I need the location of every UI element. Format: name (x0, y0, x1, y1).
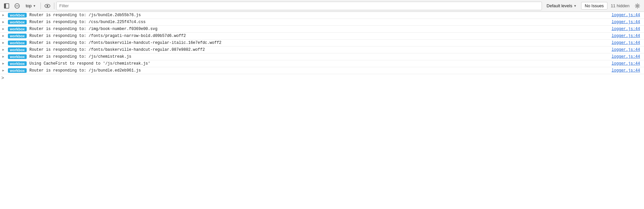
no-issues-label: No Issues (585, 3, 604, 8)
expand-arrow[interactable]: ► (0, 62, 5, 66)
log-row: ► workbox Using CacheFirst to respond to… (0, 60, 644, 67)
sidebar-icon (4, 3, 9, 9)
levels-button[interactable]: Default levels ▼ (543, 2, 580, 9)
log-message: Router is responding to: /fonts/baskervi… (29, 47, 611, 52)
log-message: Router is responding to: /js/bundle.ed2e… (29, 68, 611, 73)
workbox-badge: workbox (8, 41, 27, 45)
log-message: Router is responding to: /fonts/baskervi… (29, 41, 611, 45)
log-message: Router is responding to: /js/chemistreak… (29, 54, 611, 59)
log-row: ► workbox Router is responding to: /font… (0, 46, 644, 53)
log-source-link[interactable]: logger.js:44 (612, 13, 644, 17)
cursor-row[interactable]: > (0, 74, 644, 82)
log-row: ► workbox Router is responding to: /css/… (0, 19, 644, 26)
settings-button[interactable] (633, 2, 642, 10)
log-list: ► workbox Router is responding to: /js/b… (0, 12, 644, 74)
sidebar-toggle-button[interactable] (2, 2, 11, 10)
filter-input[interactable] (56, 2, 542, 10)
workbox-badge: workbox (8, 13, 27, 17)
expand-arrow[interactable]: ► (0, 34, 5, 38)
log-message: Router is responding to: /css/bundle.225… (29, 20, 611, 24)
log-row: ► workbox Router is responding to: /font… (0, 33, 644, 40)
workbox-badge: workbox (8, 34, 27, 38)
log-message: Router is responding to: /img/book-numbe… (29, 27, 611, 31)
context-label: top (26, 3, 32, 8)
log-message: Router is responding to: /js/bundle.2db5… (29, 13, 611, 17)
no-issues-button[interactable]: No Issues (581, 2, 607, 10)
levels-arrow: ▼ (574, 4, 577, 8)
log-row: ► workbox Router is responding to: /js/b… (0, 12, 644, 19)
log-source-link[interactable]: logger.js:44 (612, 61, 644, 66)
log-row: ► workbox Router is responding to: /font… (0, 40, 644, 46)
expand-arrow[interactable]: ► (0, 41, 5, 45)
log-message: Using CacheFirst to respond to '/js/chem… (29, 61, 611, 66)
context-dropdown-arrow: ▼ (33, 4, 36, 8)
expand-arrow[interactable]: ► (0, 48, 5, 52)
log-row: ► workbox Router is responding to: /js/b… (0, 67, 644, 74)
log-source-link[interactable]: logger.js:44 (612, 20, 644, 24)
log-source-link[interactable]: logger.js:44 (612, 41, 644, 45)
log-source-link[interactable]: logger.js:44 (612, 34, 644, 38)
toolbar-divider-1 (40, 3, 41, 9)
log-source-link[interactable]: logger.js:44 (612, 68, 644, 73)
expand-arrow[interactable]: ► (0, 69, 5, 73)
svg-point-6 (637, 5, 638, 7)
workbox-badge: workbox (8, 68, 27, 73)
expand-arrow[interactable]: ► (0, 20, 5, 24)
workbox-badge: workbox (8, 61, 27, 66)
workbox-badge: workbox (8, 54, 27, 59)
expand-arrow[interactable]: ► (0, 27, 5, 31)
cursor-prompt[interactable]: > (1, 75, 4, 81)
context-selector[interactable]: top ▼ (23, 3, 39, 9)
log-row: ► workbox Router is responding to: /img/… (0, 26, 644, 33)
levels-label: Default levels (547, 3, 572, 8)
toolbar-divider-2 (54, 3, 54, 9)
log-row: ► workbox Router is responding to: /js/c… (0, 53, 644, 60)
workbox-badge: workbox (8, 27, 27, 31)
eye-icon (44, 4, 50, 8)
hidden-count: 11 hidden (609, 3, 631, 8)
log-source-link[interactable]: logger.js:44 (612, 47, 644, 52)
devtools-toolbar: top ▼ Default levels ▼ No Issues 11 hidd… (0, 0, 644, 12)
svg-rect-1 (4, 4, 6, 8)
expand-arrow[interactable]: ► (0, 55, 5, 59)
log-source-link[interactable]: logger.js:44 (612, 54, 644, 59)
workbox-badge: workbox (8, 47, 27, 52)
eye-button[interactable] (43, 2, 52, 10)
clear-button[interactable] (13, 2, 22, 10)
no-entry-icon (14, 3, 20, 9)
svg-point-5 (47, 5, 48, 7)
expand-arrow[interactable]: ► (0, 14, 5, 17)
gear-icon (635, 3, 640, 9)
log-source-link[interactable]: logger.js:44 (612, 27, 644, 31)
log-message: Router is responding to: /fonts/pragati-… (29, 34, 611, 38)
workbox-badge: workbox (8, 20, 27, 24)
